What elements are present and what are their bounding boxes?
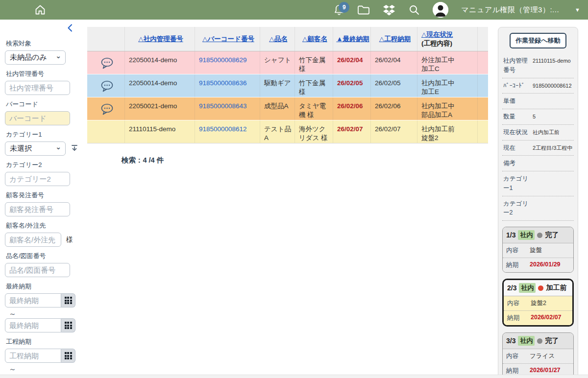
barcode-link[interactable]: 9185000008636: [199, 79, 247, 87]
category1-select[interactable]: 未選択: [5, 142, 66, 156]
process-due-date: 2026/01/27: [530, 367, 561, 375]
chevron-down-icon[interactable]: ▼: [575, 7, 580, 13]
table-row[interactable]: 22050014-demo 9185000008629 シャフト 竹下金属 様 …: [87, 51, 488, 74]
process-due-date: 2026/01/29: [530, 261, 561, 269]
status-dot-icon: [538, 285, 543, 291]
process-due-from-input[interactable]: [5, 349, 61, 363]
status-dot-icon: [537, 338, 542, 344]
product-name-input[interactable]: [5, 263, 70, 277]
cell-final-due: 26/02/05: [337, 79, 363, 87]
category2-input[interactable]: [5, 172, 70, 186]
menu-icon[interactable]: [8, 5, 21, 14]
chat-bubble-icon[interactable]: [100, 80, 114, 95]
detail-field: 数量5: [502, 109, 574, 125]
detail-field: カテゴリー1: [502, 171, 574, 196]
cell-customer: 海外ツクリダス 様: [295, 120, 333, 143]
cell-process-due: 26/02/07: [371, 120, 417, 143]
chat-bubble-icon[interactable]: [100, 57, 114, 72]
process-status: 完了: [545, 231, 559, 239]
detail-field: 現在状況社内加工前: [502, 125, 574, 141]
calendar-icon[interactable]: [61, 318, 75, 332]
range-separator: ～: [9, 309, 82, 318]
process-card-2-selected[interactable]: 2/3 社内 加工前 内容旋盤2 納期2026/02/07: [502, 279, 574, 327]
barcode-link[interactable]: 9185000008612: [199, 125, 247, 133]
final-due-from-input[interactable]: [5, 293, 61, 307]
detail-field: 社内管理番号21110115-demo: [502, 53, 574, 78]
status-subheader: (工程内容): [421, 39, 452, 48]
customer-name-label: 顧客名/外注先: [6, 221, 82, 230]
process-step: 2/3: [507, 284, 516, 292]
user-avatar[interactable]: [433, 2, 448, 18]
detail-field: 現在2工程目/3工程中: [502, 141, 574, 156]
table-header-row: △社内管理番号 △バーコード番号 △品名 △顧客名 ▲最終納期 △工程納期 △現…: [87, 27, 488, 51]
range-separator: ～: [9, 365, 82, 374]
process-type-badge: 社内: [518, 230, 535, 240]
scroll-to-bottom-icon[interactable]: [71, 144, 78, 154]
customer-order-input[interactable]: [5, 202, 70, 216]
cell-product: シャフト: [260, 51, 295, 74]
category1-label: カテゴリー1: [6, 130, 82, 139]
sort-product[interactable]: △品名: [269, 35, 287, 44]
process-type-badge: 社内: [518, 336, 535, 346]
calendar-icon[interactable]: [61, 349, 75, 363]
table-row[interactable]: 21110115-demo 9185000008612 テスト品A 海外ツクリダ…: [87, 120, 488, 143]
customer-name-input[interactable]: [5, 233, 61, 247]
calendar-icon[interactable]: [61, 293, 75, 307]
result-count: 検索：4 /4 件: [122, 156, 164, 165]
cell-status: 社内加工中加工E: [417, 74, 478, 97]
notifications-bell-icon[interactable]: 9: [334, 4, 344, 16]
cell-final-due: 26/02/04: [337, 56, 363, 64]
search-icon[interactable]: [408, 4, 420, 16]
process-card-1[interactable]: 1/3 社内 完了 内容旋盤 納期2026/01/29: [502, 227, 574, 273]
customer-order-label: 顧客発注番号: [6, 191, 82, 200]
product-name-label: 品名/図面番号: [6, 252, 82, 260]
process-content: フライス: [530, 352, 555, 360]
category2-label: カテゴリー2: [6, 161, 82, 169]
barcode-link[interactable]: 9185000008629: [199, 56, 247, 64]
final-due-to-input[interactable]: [5, 318, 61, 332]
process-status: 完了: [545, 336, 559, 345]
cell-customer: タミヤ電機 様: [295, 97, 333, 120]
final-due-label: 最終納期: [6, 282, 82, 291]
cell-status: 社内加工中部品加工A: [417, 97, 478, 120]
horizontal-scrollbar[interactable]: [0, 375, 588, 378]
sort-process-due[interactable]: △工程納期: [379, 35, 411, 44]
barcode-input[interactable]: [5, 111, 70, 125]
app-window: 9 マニュアル権限（管理3）:... ▼ 検索対象 未納品のみ: [0, 0, 588, 378]
sort-customer[interactable]: △顧客名: [302, 35, 327, 44]
sort-status[interactable]: △現在状況: [421, 30, 453, 39]
process-content: 旋盤2: [531, 299, 546, 307]
collapse-sidebar-icon[interactable]: [67, 24, 74, 34]
dropbox-icon[interactable]: [383, 4, 395, 16]
cell-product: 成型品A: [260, 97, 295, 120]
detail-field: 備考: [502, 156, 574, 171]
detail-panel: 作業登録へ移動 社内管理番号21110115-demo ﾊﾞｰｺｰﾄﾞ91850…: [498, 27, 578, 378]
process-status: 加工前: [546, 284, 566, 292]
search-sidebar: 検索対象 未納品のみ 社内管理番号 バーコード カテゴリー1 未選択 カテゴリー…: [0, 20, 87, 375]
cell-internal-no: 22050014-demo: [125, 51, 195, 74]
sort-internal-no[interactable]: △社内管理番号: [138, 35, 183, 44]
cell-internal-no: 21110115-demo: [125, 120, 195, 143]
results-table: △社内管理番号 △バーコード番号 △品名 △顧客名 ▲最終納期 △工程納期 △現…: [87, 27, 488, 143]
table-row[interactable]: 22050021-demo 9185000008643 成型品A タミヤ電機 様…: [87, 97, 488, 120]
cell-status: 外注加工中加工C: [417, 51, 478, 74]
folder-icon[interactable]: [357, 4, 370, 15]
sort-final-due[interactable]: ▲最終納期: [336, 35, 369, 44]
user-menu-label[interactable]: マニュアル権限（管理3）:...: [461, 5, 559, 15]
home-icon[interactable]: [34, 4, 46, 16]
notification-count-badge: 9: [339, 2, 349, 13]
cell-customer: 竹下金属 様: [295, 51, 333, 74]
cell-product: 駆動ギア: [260, 74, 295, 97]
process-card-3[interactable]: 3/3 社内 完了 内容フライス 納期2026/01/27: [502, 332, 574, 378]
go-to-work-registration-button[interactable]: 作業登録へ移動: [510, 33, 566, 48]
process-due-date: 2026/02/07: [531, 314, 562, 322]
process-type-badge: 社内: [519, 283, 536, 293]
sort-barcode[interactable]: △バーコード番号: [202, 35, 254, 44]
internal-no-input[interactable]: [5, 81, 70, 95]
table-row[interactable]: 22050014-demo 9185000008636 駆動ギア 竹下金属 様 …: [87, 74, 488, 97]
cell-final-due: 26/02/07: [337, 125, 363, 133]
barcode-link[interactable]: 9185000008643: [199, 102, 247, 110]
search-target-select[interactable]: 未納品のみ: [5, 50, 66, 65]
chat-bubble-icon[interactable]: [100, 103, 114, 118]
topbar: 9 マニュアル権限（管理3）:... ▼: [0, 0, 588, 20]
